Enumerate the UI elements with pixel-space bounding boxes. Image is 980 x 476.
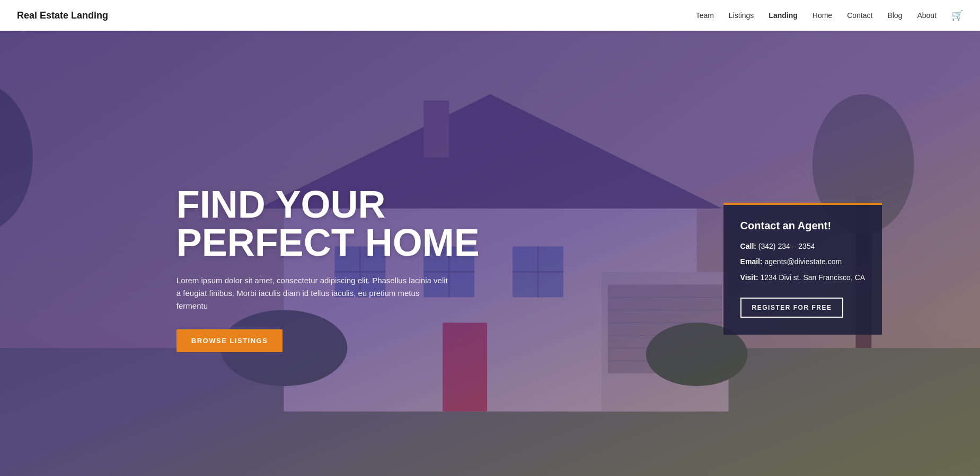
hero-subtext: Lorem ipsum dolor sit amet, consectetur … <box>176 274 452 312</box>
nav-home[interactable]: Home <box>813 11 832 20</box>
navbar: Real Estate Landing Team Listings Landin… <box>0 0 980 31</box>
contact-email: Email: agents@diviestate.com <box>740 257 866 267</box>
contact-card: Contact an Agent! Call: (342) 234 – 2354… <box>723 203 882 335</box>
nav-about[interactable]: About <box>917 11 937 20</box>
browse-listings-button[interactable]: BROWSE LISTINGS <box>176 329 283 352</box>
nav-team[interactable]: Team <box>696 11 714 20</box>
nav-listings[interactable]: Listings <box>729 11 754 20</box>
nav-contact[interactable]: Contact <box>847 11 872 20</box>
contact-call: Call: (342) 234 – 2354 <box>740 241 866 252</box>
contact-visit: Visit: 1234 Divi st. San Francisco, CA <box>740 273 866 283</box>
nav-landing[interactable]: Landing <box>769 11 797 20</box>
hero-headline: FIND YOUR PERFECT HOME <box>176 185 484 262</box>
register-button[interactable]: REGISTER FOR FREE <box>740 298 844 318</box>
nav-links: Team Listings Landing Home Contact Blog … <box>696 10 963 21</box>
hero-left: FIND YOUR PERFECT HOME Lorem ipsum dolor… <box>176 185 484 352</box>
cart-icon[interactable]: 🛒 <box>951 10 963 21</box>
hero-content: FIND YOUR PERFECT HOME Lorem ipsum dolor… <box>0 185 980 352</box>
nav-logo[interactable]: Real Estate Landing <box>17 10 108 21</box>
hero-section: FIND YOUR PERFECT HOME Lorem ipsum dolor… <box>0 31 980 476</box>
nav-blog[interactable]: Blog <box>887 11 902 20</box>
contact-card-title: Contact an Agent! <box>740 220 866 232</box>
